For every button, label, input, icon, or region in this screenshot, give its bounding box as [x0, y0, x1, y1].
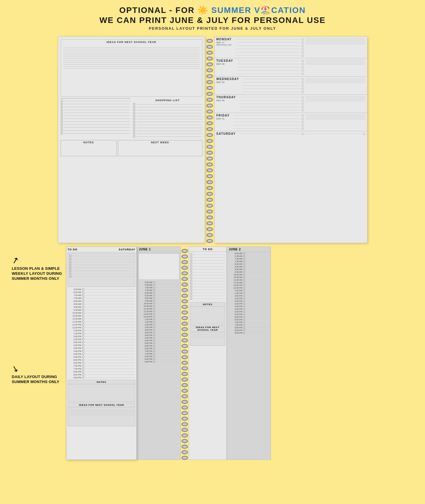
day-name: THURSDAY — [216, 96, 236, 99]
spiral-ring — [206, 127, 213, 131]
todo-item — [190, 268, 225, 270]
spiral-ring — [181, 355, 188, 359]
dp-header-row: TO DO SATURDAY — [68, 248, 135, 252]
checklist-item — [61, 123, 130, 126]
center-time-row: 11:00 AM — [137, 307, 181, 310]
daily-page-saturday: TO DO SATURDAY 6:00 AM6:30 AM7:00 AM7:30… — [66, 247, 137, 460]
time-row: 8:30 AM — [68, 302, 135, 305]
center-time-rows: 6:00 AM6:30 AM7:00 AM7:30 AM8:00 AM8:30 … — [137, 281, 181, 363]
right-time-row: 7:30 PM — [227, 324, 271, 326]
day-line — [306, 82, 365, 83]
todo-item — [69, 272, 134, 275]
notes-title: NOTES — [61, 140, 117, 144]
center-time-row: 2:30 PM — [137, 326, 181, 329]
time-row: 9:00 AM — [68, 305, 135, 308]
page-header: OPTIONAL - FOR ☀️ SUMMER V🏖️CATION WE CA… — [0, 0, 425, 34]
day-line — [239, 109, 304, 112]
center-time-row: 6:00 PM — [137, 345, 181, 347]
center-time-row: 9:00 AM — [137, 297, 181, 300]
ideas-label: IDEAS FOR NEXT SCHOOL YEAR — [190, 325, 225, 332]
time-row: 8:00 AM — [68, 300, 135, 302]
shopping-item — [133, 127, 202, 129]
right-time-row: 9:00 AM — [227, 268, 271, 271]
time-row: 2:00 PM — [68, 335, 135, 338]
day-line — [306, 100, 365, 102]
day-line — [239, 132, 304, 135]
center-time-row: 1:30 PM — [137, 321, 181, 323]
day-line — [239, 102, 304, 105]
checklist-item — [61, 120, 130, 123]
spiral-ring — [206, 239, 213, 243]
spiral-ring — [206, 51, 213, 55]
lower-section: ↗ LESSON PLAN & SIMPLE WEEKLY LAYOUT DUR… — [0, 243, 425, 466]
checklist-item — [61, 109, 130, 111]
day-line — [233, 127, 304, 130]
daily-page-inner: TO DO SATURDAY 6:00 AM6:30 AM7:00 AM7:30… — [66, 247, 136, 428]
time-row: 6:30 PM — [68, 361, 135, 364]
spiral-ring — [181, 277, 188, 281]
time-row: 7:00 AM — [68, 294, 135, 297]
center-time-row: 10:00 AM — [137, 302, 181, 305]
spiral-ring — [206, 204, 213, 208]
right-time-row: 8:00 PM — [227, 326, 271, 329]
right-time-row: 4:00 PM — [227, 305, 271, 308]
spiral-ring — [181, 366, 188, 370]
spiral-ring — [181, 322, 188, 326]
spiral-ring — [206, 162, 213, 167]
spiral-ring — [181, 294, 188, 298]
next-week-title: NEXT WEEK — [118, 140, 202, 144]
spiral-ring — [206, 56, 213, 61]
day-line — [306, 64, 365, 65]
spiral-ring — [181, 422, 188, 426]
center-top-box — [138, 253, 179, 280]
day-line — [235, 47, 304, 51]
right-ideas-box: IDEAS FOR NEXT SCHOOL YEAR — [190, 325, 225, 346]
day-line — [237, 72, 304, 75]
spiral-ring — [181, 428, 188, 432]
spiral-ring — [181, 333, 188, 337]
day-line — [237, 59, 304, 62]
spiral-ring — [181, 266, 188, 270]
right-time-rows: 6:00 AM6:30 AM7:00 AM7:30 AM8:00 AM8:30 … — [227, 252, 271, 334]
notes-box: NOTES — [61, 140, 117, 156]
day-line — [235, 44, 304, 47]
right-time-row: 9:30 AM — [227, 271, 271, 273]
checklist-item — [61, 106, 130, 108]
spiral-ring — [181, 389, 188, 393]
center-time-row: 5:00 PM — [137, 339, 181, 342]
spiral-ring — [206, 109, 213, 114]
right-time-row: 10:30 AM — [227, 276, 271, 279]
right-time-row: 10:00 AM — [227, 273, 271, 276]
dp-notes-box: NOTES — [68, 380, 135, 402]
todo-item — [190, 271, 225, 273]
spiral-ring — [206, 145, 213, 149]
center-time-row: 1:00 PM — [137, 318, 181, 321]
day-line — [237, 62, 304, 66]
center-time-column: JUNE 1 6:00 AM6:30 AM7:00 AM7:30 AM8:00 … — [137, 247, 181, 460]
right-time-row: 6:30 AM — [227, 255, 271, 257]
spiral-ring — [206, 74, 213, 78]
time-row: 12:00 PM — [68, 323, 135, 326]
right-time-row: 1:30 PM — [227, 292, 271, 295]
spiral-ring — [206, 115, 213, 119]
spiral-ring — [206, 39, 213, 43]
spiral-ring — [206, 233, 213, 237]
center-time-row: 4:30 PM — [137, 337, 181, 339]
center-time-row: 8:30 AM — [137, 294, 181, 297]
day-date: MAY 31 — [216, 117, 230, 120]
notes-label: NOTES — [68, 380, 135, 384]
center-time-row: 7:30 PM — [137, 352, 181, 355]
day-line — [237, 69, 304, 72]
center-time-row: 8:00 AM — [137, 292, 181, 294]
spiral-ring — [181, 260, 188, 264]
center-time-row: 4:00 PM — [137, 334, 181, 337]
time-row: 10:30 AM — [68, 314, 135, 317]
time-row: 1:30 PM — [68, 332, 135, 335]
right-time-row: 12:00 PM — [227, 284, 271, 287]
spiral-ring — [181, 383, 188, 387]
spiral-ring — [206, 133, 213, 137]
notes-nextweek-row: NOTES NEXT WEEK — [61, 140, 202, 156]
todo-item — [190, 256, 225, 259]
time-row: 7:30 AM — [68, 297, 135, 300]
dp-todo-box — [68, 253, 135, 287]
